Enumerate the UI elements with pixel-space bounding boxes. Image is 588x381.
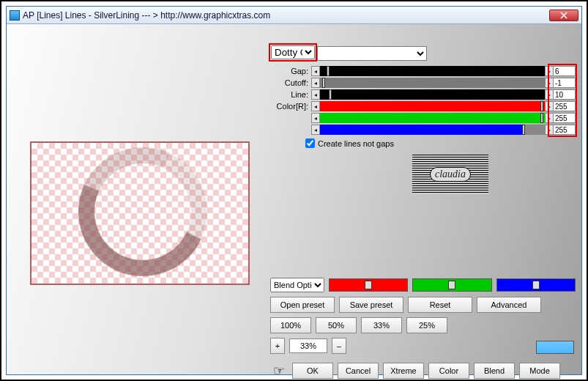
dialog-window: AP [Lines] Lines - SilverLining --- > ht… [6, 6, 582, 375]
slider-row: Line: ◂ ▸ 10 [270, 89, 576, 100]
mode-button[interactable]: Mode [519, 363, 560, 379]
slider-value[interactable]: 255 [554, 125, 576, 135]
slider-dec-button[interactable]: ◂ [311, 66, 320, 76]
slider-thumb[interactable] [329, 89, 332, 100]
blend-button[interactable]: Blend [474, 363, 515, 379]
slider-value[interactable]: 255 [554, 101, 576, 111]
cancel-button[interactable]: Cancel [338, 363, 379, 379]
slider-row: Gap: ◂ ▸ 6 [270, 65, 576, 77]
pattern-dropdown-row [270, 46, 427, 61]
slider-row: ◂ ▸ 255 [270, 124, 576, 136]
save-preset-button[interactable]: Save preset [339, 297, 403, 313]
slider-track[interactable] [320, 113, 545, 123]
advanced-button[interactable]: Advanced [477, 297, 541, 313]
color-swatch[interactable] [536, 341, 574, 354]
slider-value[interactable]: 255 [554, 113, 576, 123]
window-title: AP [Lines] Lines - SilverLining --- > ht… [23, 10, 549, 21]
33--button[interactable]: 33% [361, 317, 402, 333]
slider-thumb[interactable] [327, 66, 330, 76]
blend-slider-red[interactable] [329, 278, 408, 292]
slider-inc-button[interactable]: ▸ [545, 125, 554, 135]
slider-thumb[interactable] [365, 281, 372, 289]
pattern-dropdown-secondary[interactable] [317, 46, 427, 61]
slider-thumb[interactable] [448, 281, 455, 289]
preview-shape [60, 141, 226, 285]
color-button[interactable]: Color [428, 363, 469, 379]
slider-thumb[interactable] [522, 125, 525, 135]
pointing-hand-icon: ☜ [270, 363, 288, 379]
create-lines-checkbox-row: Create lines not gaps [305, 138, 394, 148]
slider-track[interactable] [320, 78, 545, 88]
slider-row: Color[R]: ◂ ▸ 255 [270, 100, 576, 112]
slider-thumb[interactable] [540, 101, 543, 111]
ok-button[interactable]: OK [292, 363, 333, 379]
create-lines-checkbox[interactable] [305, 138, 315, 148]
slider-inc-button[interactable]: ▸ [545, 66, 554, 76]
slider-track[interactable] [320, 101, 545, 111]
slider-label: Cutoff: [270, 78, 311, 87]
slider-dec-button[interactable]: ◂ [311, 78, 320, 88]
slider-value[interactable]: -1 [554, 78, 576, 88]
slider-inc-button[interactable]: ▸ [545, 113, 554, 123]
claudia-logo: claudia [412, 155, 488, 194]
right-pane: Dotty Grid Gap: ◂ ▸ 6Cutoff: ◂ ▸ -1Line:… [270, 24, 581, 374]
screenshot-frame: AP [Lines] Lines - SilverLining --- > ht… [0, 0, 588, 381]
25--button[interactable]: 25% [406, 317, 447, 333]
zoom-out-button[interactable]: – [332, 338, 346, 354]
slider-dec-button[interactable]: ◂ [311, 113, 320, 123]
app-icon [10, 10, 20, 21]
button-row-1: Open presetSave presetResetAdvanced [270, 297, 576, 313]
blend-options-dropdown[interactable]: Blend Options [270, 278, 324, 292]
slider-track[interactable] [320, 89, 545, 100]
slider-value[interactable]: 6 [554, 66, 576, 76]
button-row-4: ☜ OKCancelXtremeColorBlendMode [270, 363, 576, 379]
reset-button[interactable]: Reset [408, 297, 472, 313]
100--button[interactable]: 100% [270, 317, 311, 333]
slider-row: Cutoff: ◂ ▸ -1 [270, 77, 576, 89]
slider-dec-button[interactable]: ◂ [311, 101, 320, 111]
50--button[interactable]: 50% [316, 317, 357, 333]
create-lines-label: Create lines not gaps [318, 139, 394, 148]
slider-value[interactable]: 10 [554, 89, 576, 100]
slider-thumb[interactable] [532, 281, 540, 289]
blend-slider-blue[interactable] [496, 278, 576, 292]
blend-row: Blend Options [270, 278, 576, 292]
slider-label: Line: [270, 90, 311, 99]
slider-dec-button[interactable]: ◂ [311, 89, 320, 100]
slider-label: Gap: [270, 67, 311, 75]
close-button[interactable] [549, 10, 578, 21]
preview-canvas [30, 141, 250, 285]
slider-inc-button[interactable]: ▸ [545, 89, 554, 100]
zoom-in-button[interactable]: + [270, 338, 285, 354]
zoom-value[interactable]: 33% [289, 339, 327, 353]
open-preset-button[interactable]: Open preset [270, 297, 335, 313]
slider-inc-button[interactable]: ▸ [545, 78, 554, 88]
slider-track[interactable] [320, 125, 545, 135]
slider-thumb[interactable] [322, 78, 325, 88]
blend-slider-green[interactable] [412, 278, 491, 292]
claudia-logo-text: claudia [430, 167, 471, 182]
slider-inc-button[interactable]: ▸ [545, 101, 554, 111]
slider-dec-button[interactable]: ◂ [311, 125, 320, 135]
xtreme-button[interactable]: Xtreme [383, 363, 424, 379]
slider-block: Gap: ◂ ▸ 6Cutoff: ◂ ▸ -1Line: ◂ ▸ 10Colo… [270, 65, 576, 136]
slider-label: Color[R]: [270, 102, 311, 111]
slider-track[interactable] [320, 66, 545, 76]
left-pane [7, 24, 270, 374]
slider-row: ◂ ▸ 255 [270, 112, 576, 124]
button-row-2: 100%50%33%25% [270, 317, 576, 333]
client-area: Dotty Grid Gap: ◂ ▸ 6Cutoff: ◂ ▸ -1Line:… [7, 24, 581, 374]
close-icon [560, 12, 567, 19]
titlebar[interactable]: AP [Lines] Lines - SilverLining --- > ht… [7, 7, 581, 24]
zoom-row: + 33% – [270, 338, 576, 354]
slider-thumb[interactable] [540, 113, 543, 123]
